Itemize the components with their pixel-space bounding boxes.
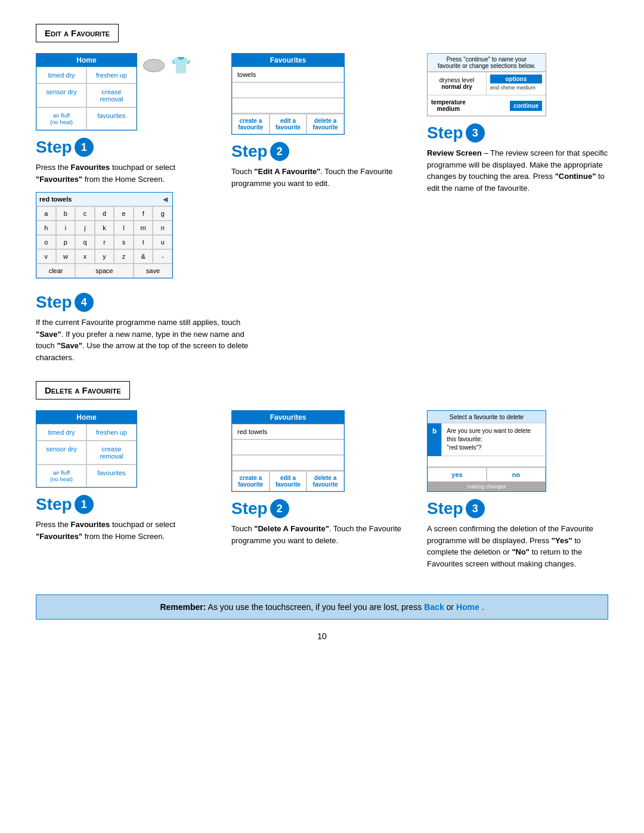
kb-row-2: h i j k l m n bbox=[36, 221, 172, 235]
kb-key-o[interactable]: o bbox=[36, 235, 56, 249]
edit-steps-row: Home timed dry freshen up sensor dry cre… bbox=[36, 53, 608, 278]
hs-cell-timed-dry[interactable]: timed dry bbox=[36, 67, 86, 83]
kb-key-y[interactable]: y bbox=[95, 249, 114, 264]
kb-key-dash[interactable]: - bbox=[153, 249, 172, 264]
kb-key-v[interactable]: v bbox=[36, 249, 56, 264]
remember-bar: Remember: As you use the touchscreen, if… bbox=[36, 594, 608, 620]
edit-step4-row: Step 4 If the current Favourite programm… bbox=[36, 293, 608, 363]
delete-step1-label: Step 1 bbox=[36, 495, 217, 514]
hs-cell-sensor-dry[interactable]: sensor dry bbox=[36, 83, 86, 107]
keyboard-screen: red towels ◄ a b c d e f g h i j k bbox=[36, 192, 173, 278]
kb-key-j[interactable]: j bbox=[75, 221, 95, 235]
del-hs-favourites[interactable]: favourites bbox=[86, 465, 137, 487]
remember-end: . bbox=[482, 602, 484, 612]
dryer-oval-icon bbox=[143, 59, 165, 72]
kb-key-n[interactable]: n bbox=[153, 221, 172, 235]
kb-key-s[interactable]: s bbox=[114, 235, 134, 249]
hs-cell-freshen-up[interactable]: freshen up bbox=[86, 67, 137, 83]
kb-key-f[interactable]: f bbox=[134, 206, 153, 221]
dc-yes-btn[interactable]: yes bbox=[428, 467, 487, 482]
hs-cell-favourites[interactable]: favourites bbox=[86, 107, 137, 130]
edit-favourite-section: Edit a Favourite Home timed dry freshen … bbox=[36, 24, 608, 363]
kb-key-c[interactable]: c bbox=[75, 206, 95, 221]
kb-key-h[interactable]: h bbox=[36, 221, 56, 235]
rs-options-area: options end chime medium bbox=[487, 72, 546, 95]
dc-body: b Are you sure you want to delete this f… bbox=[428, 423, 546, 456]
del-delete-fav-btn[interactable]: delete afavourite bbox=[306, 471, 344, 491]
delete-fav-btn[interactable]: delete afavourite bbox=[306, 114, 344, 134]
kb-key-p[interactable]: p bbox=[56, 235, 76, 249]
dc-no-btn[interactable]: no bbox=[487, 467, 546, 482]
kb-clear-btn[interactable]: clear bbox=[36, 264, 75, 278]
del-fav-row-red-towels[interactable]: red towels bbox=[232, 424, 344, 439]
kb-input-value: red towels bbox=[39, 196, 72, 203]
create-fav-btn[interactable]: create afavourite bbox=[232, 114, 270, 134]
rs-options-btn[interactable]: options bbox=[490, 75, 542, 83]
del-hs-sensor-dry[interactable]: sensor dry bbox=[36, 441, 86, 465]
kb-save-btn[interactable]: save bbox=[134, 264, 172, 278]
kb-key-u[interactable]: u bbox=[153, 235, 172, 249]
delete-step2-text: Touch "Delete A Favourite". Touch the Fa… bbox=[231, 523, 413, 546]
home-label: Home bbox=[456, 602, 479, 612]
del-hs-timed-dry[interactable]: timed dry bbox=[36, 424, 86, 441]
dc-footer: making changes bbox=[428, 482, 546, 491]
rs-body: dryness levelnormal dry options end chim… bbox=[428, 72, 546, 95]
kb-key-amp[interactable]: & bbox=[134, 249, 153, 264]
kb-key-b[interactable]: b bbox=[56, 206, 76, 221]
fav-row-empty-1 bbox=[232, 82, 344, 98]
fav-screen-title: Favourites bbox=[232, 54, 344, 67]
kb-key-g[interactable]: g bbox=[153, 206, 172, 221]
kb-key-l[interactable]: l bbox=[114, 221, 134, 235]
kb-key-w[interactable]: w bbox=[56, 249, 76, 264]
edit-step2-col: Favourites towels create afavourite edit… bbox=[231, 53, 413, 278]
delete-confirm-screen: Select a favourite to delete b Are you s… bbox=[427, 410, 546, 492]
edit-step2-fav-screen: Favourites towels create afavourite edit… bbox=[231, 53, 345, 135]
kb-space-btn[interactable]: space bbox=[75, 264, 134, 278]
kb-key-k[interactable]: k bbox=[95, 221, 114, 235]
dc-header-text: Select a favourite to delete bbox=[428, 411, 546, 423]
back-label: Back bbox=[424, 602, 444, 612]
edit-fav-btn[interactable]: edit afavourite bbox=[270, 114, 307, 134]
dc-buttons: yes no bbox=[428, 467, 546, 482]
review-screen: Press "continue" to name yourfavourite o… bbox=[427, 53, 546, 116]
kb-key-i[interactable]: i bbox=[56, 221, 76, 235]
del-step-word-1: Step bbox=[36, 495, 72, 514]
del-step2-circle: 2 bbox=[270, 499, 289, 518]
delete-home-grid: timed dry freshen up sensor dry crease r… bbox=[36, 424, 137, 487]
kb-key-e[interactable]: e bbox=[114, 206, 134, 221]
del-hs-air-fluff[interactable]: air fluff(no heat) bbox=[36, 465, 86, 487]
del-edit-fav-btn[interactable]: edit afavourite bbox=[270, 471, 307, 491]
kb-key-q[interactable]: q bbox=[75, 235, 95, 249]
kb-row-1: a b c d e f g bbox=[36, 206, 172, 221]
step3-circle: 3 bbox=[466, 123, 485, 143]
edit-step1-text: Press the Favourites touchpad or select … bbox=[36, 162, 217, 185]
kb-key-t[interactable]: t bbox=[134, 235, 153, 249]
edit-step3-label: Step 3 bbox=[427, 123, 608, 143]
kb-key-x[interactable]: x bbox=[75, 249, 95, 264]
kb-row-4: v w x y z & - bbox=[36, 249, 172, 264]
del-step-word-2: Step bbox=[231, 499, 268, 518]
rs-dryness-label: dryness levelnormal dry bbox=[431, 77, 482, 90]
del-hs-freshen-up[interactable]: freshen up bbox=[86, 424, 137, 441]
del-create-fav-btn[interactable]: create afavourite bbox=[232, 471, 270, 491]
kb-key-z[interactable]: z bbox=[114, 249, 134, 264]
kb-key-m[interactable]: m bbox=[134, 221, 153, 235]
delete-step2-col: Favourites red towels create afavourite … bbox=[231, 410, 413, 577]
kb-key-r[interactable]: r bbox=[95, 235, 114, 249]
step2-circle: 2 bbox=[270, 142, 289, 161]
fav-row-towels[interactable]: towels bbox=[232, 67, 344, 82]
kb-key-d[interactable]: d bbox=[95, 206, 114, 221]
kb-row-3: o p q r s t u bbox=[36, 235, 172, 249]
del-step3-circle: 3 bbox=[466, 499, 485, 518]
del-fav-actions: create afavourite edit afavourite delete… bbox=[232, 470, 344, 491]
edit-step1-home-screen: Home timed dry freshen up sensor dry cre… bbox=[36, 53, 137, 131]
rs-continue-btn[interactable]: continue bbox=[510, 101, 542, 111]
kb-key-a[interactable]: a bbox=[36, 206, 56, 221]
del-step-word-3: Step bbox=[427, 499, 463, 518]
step1-circle: 1 bbox=[75, 138, 94, 157]
hs-cell-air-fluff[interactable]: air fluff(no heat) bbox=[36, 107, 86, 130]
dryer-icon: 👕 bbox=[143, 55, 191, 75]
kb-backspace-icon[interactable]: ◄ bbox=[161, 194, 169, 204]
hs-cell-crease-removal[interactable]: crease removal bbox=[86, 83, 137, 107]
del-hs-crease-removal[interactable]: crease removal bbox=[86, 441, 137, 465]
